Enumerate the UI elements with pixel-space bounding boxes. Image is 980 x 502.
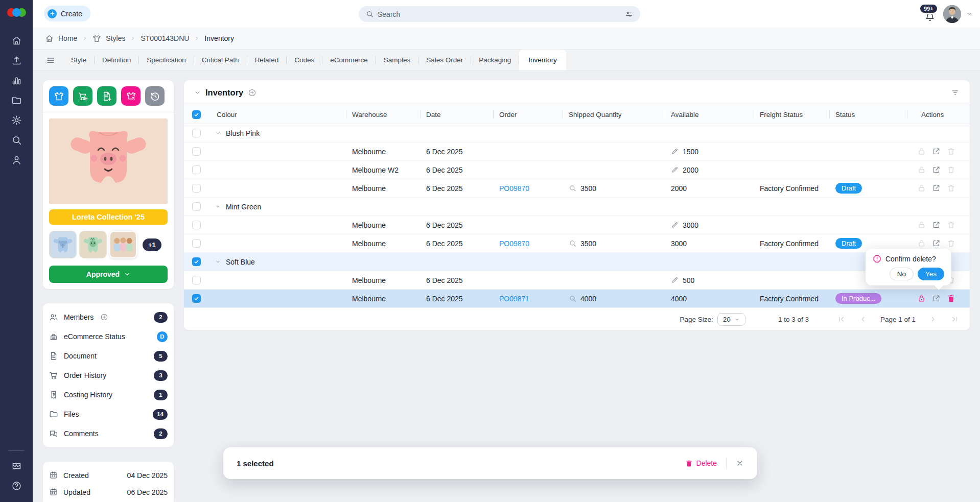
table-row-selected[interactable]: Melbourne 6 Dec 2025 PO09871 4000 4000 F… [184,290,970,308]
profile-icon[interactable] [6,150,27,170]
lock-open-icon[interactable] [917,165,926,174]
col-order[interactable]: Order [493,111,563,118]
tab-definition[interactable]: Definition [95,50,138,70]
lock-closed-icon[interactable] [917,294,926,303]
delete-selected-button[interactable]: Delete [685,459,717,467]
open-external-icon[interactable] [932,294,941,303]
row-checkbox[interactable] [192,202,201,211]
select-all-checkbox[interactable] [192,110,201,119]
col-status[interactable]: Status [829,111,907,118]
first-page-icon[interactable] [837,315,846,323]
lock-open-icon[interactable] [917,184,926,193]
delete-row-icon[interactable] [947,147,955,156]
edit-pencil-icon[interactable] [671,221,679,229]
previous-page-icon[interactable] [859,315,867,323]
lock-open-icon[interactable] [917,147,926,156]
tab-style[interactable]: Style [63,50,94,70]
tab-sales-order[interactable]: Sales Order [418,50,471,70]
tab-related[interactable]: Related [247,50,287,70]
edit-pencil-icon[interactable] [671,148,679,155]
search-filter-icon[interactable] [625,10,633,18]
sidebar-item-order-history[interactable]: Order History 3 [49,366,168,385]
table-row[interactable]: Melbourne W2 6 Dec 2025 2000 [184,161,970,179]
sidebar-item-files[interactable]: Files 14 [49,404,168,424]
table-row[interactable]: Melbourne 6 Dec 2025 PO09870 3500 3000 F… [184,234,970,253]
home-icon[interactable] [6,31,27,51]
close-selection-icon[interactable] [736,459,744,467]
order-link[interactable]: PO09870 [493,184,563,193]
add-to-cart-button[interactable] [73,86,92,106]
delete-row-icon[interactable] [947,184,955,193]
lock-open-icon[interactable] [917,221,926,229]
crumb-style-code[interactable]: ST000143DNU [141,34,189,42]
remove-style-button[interactable] [121,86,141,106]
table-row[interactable]: Melbourne 6 Dec 2025 1500 [184,142,970,161]
duplicate-style-button[interactable] [49,86,68,106]
sidebar-item-comments[interactable]: Comments 2 [49,424,168,443]
thumbnail-blue-onesie[interactable] [49,231,77,258]
workflow-status-button[interactable]: Approved [49,266,168,283]
collapse-section-icon[interactable] [194,89,201,96]
group-row-blush-pink[interactable]: Blush Pink [184,124,970,142]
row-checkbox[interactable] [192,257,201,266]
more-images-pill[interactable]: +1 [143,238,161,251]
open-external-icon[interactable] [932,147,941,156]
last-page-icon[interactable] [950,315,959,323]
app-logo[interactable] [5,5,28,20]
sidebar-item-document[interactable]: Document 5 [49,346,168,366]
lock-open-icon[interactable] [917,239,926,248]
inspect-quantity-icon[interactable] [569,240,576,247]
releases-icon[interactable] [6,456,27,476]
next-page-icon[interactable] [929,315,937,323]
open-external-icon[interactable] [932,165,941,174]
delete-row-icon[interactable] [947,165,955,174]
crumb-home[interactable]: Home [58,34,77,42]
row-checkbox[interactable] [192,221,201,229]
notifications-button[interactable]: 99+ [921,3,939,25]
crumb-styles[interactable]: Styles [106,34,125,42]
delete-row-icon[interactable] [947,221,955,229]
open-external-icon[interactable] [932,221,941,229]
row-checkbox[interactable] [192,294,201,303]
create-button[interactable]: Create [44,6,90,21]
upload-icon[interactable] [6,51,27,70]
tab-packaging[interactable]: Packaging [471,50,519,70]
edit-pencil-icon[interactable] [671,166,679,174]
table-row[interactable]: Melbourne 6 Dec 2025 PO09870 3500 2000 F… [184,179,970,198]
tab-inventory[interactable]: Inventory [519,50,566,70]
chevron-down-icon[interactable] [215,130,221,136]
open-external-icon[interactable] [932,184,941,193]
search-nav-icon[interactable] [6,130,27,150]
open-external-icon[interactable] [932,239,941,248]
settings-icon[interactable] [6,110,27,130]
tab-samples[interactable]: Samples [376,50,418,70]
row-checkbox[interactable] [192,147,201,156]
product-image[interactable] [49,118,168,204]
sidebar-item-members[interactable]: Members 2 [49,307,168,327]
add-inventory-icon[interactable] [248,88,256,97]
sidebar-item-ecommerce-status[interactable]: eCommerce Status D [49,327,168,346]
tab-specification[interactable]: Specification [139,50,194,70]
delete-row-icon[interactable] [947,239,955,248]
avatar[interactable] [943,5,961,23]
search-input[interactable] [378,10,621,18]
row-checkbox[interactable] [192,165,201,174]
delete-row-icon[interactable] [947,294,955,303]
order-link[interactable]: PO09870 [493,240,563,248]
inspect-quantity-icon[interactable] [569,295,576,302]
edit-pencil-icon[interactable] [671,276,679,284]
tab-critical-path[interactable]: Critical Path [194,50,247,70]
table-row[interactable]: Melbourne 6 Dec 2025 3000 [184,216,970,234]
tab-ecommerce[interactable]: eCommerce [322,50,376,70]
page-size-select[interactable]: 20 [717,313,745,326]
tab-codes[interactable]: Codes [287,50,322,70]
table-row[interactable]: Melbourne 6 Dec 2025 500 [184,271,970,290]
col-freight-status[interactable]: Freight Status [754,111,829,118]
group-row-mint-green[interactable]: Mint Green [184,198,970,216]
analytics-icon[interactable] [6,70,27,90]
add-member-icon[interactable] [100,313,108,321]
add-document-button[interactable] [97,86,116,106]
group-row-soft-blue[interactable]: Soft Blue [184,253,970,271]
inspect-quantity-icon[interactable] [569,184,576,192]
history-button[interactable] [145,86,165,106]
